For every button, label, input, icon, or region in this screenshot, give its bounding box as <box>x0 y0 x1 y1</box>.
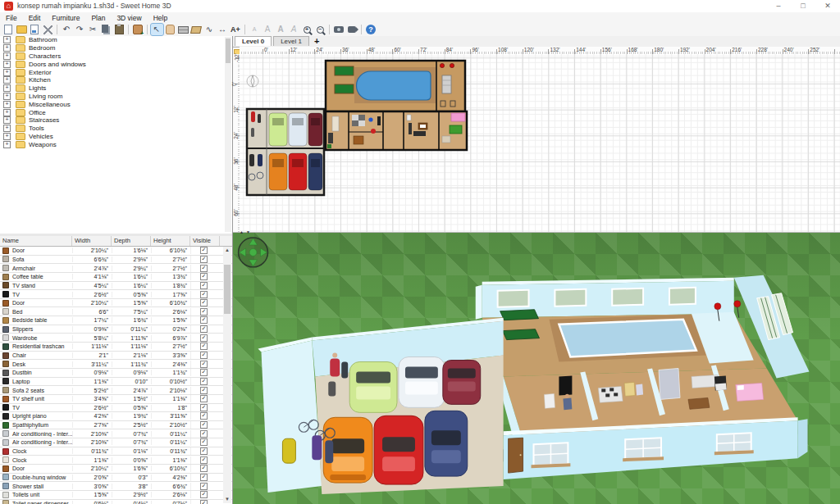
create-polylines-button[interactable]: ∿ <box>203 24 216 35</box>
house-3d-pool-room[interactable] <box>476 275 810 379</box>
catalog-category-miscellaneous[interactable]: +Miscellaneous <box>0 100 232 108</box>
furniture-row[interactable]: Slippers0'9⅜"0'11¼"0'2⅜"✓ <box>0 325 232 334</box>
catalog-category-exterior[interactable]: +Exterior <box>0 68 232 76</box>
furniture-row[interactable]: Shower stall3'0⅝"3'8"6'6¾"✓ <box>0 482 232 491</box>
column-header-height[interactable]: Height <box>151 236 190 246</box>
catalog-category-characters[interactable]: +Characters <box>0 52 232 61</box>
visible-checkbox[interactable]: ✓ <box>200 325 208 333</box>
expand-icon[interactable]: + <box>3 141 11 148</box>
catalog-scrollbar[interactable] <box>225 37 231 232</box>
visible-checkbox[interactable]: ✓ <box>200 447 208 455</box>
furniture-row[interactable]: Wardrobe5'8¼"1'11⅝"6'9⅞"✓ <box>0 334 232 343</box>
visible-checkbox[interactable]: ✓ <box>200 387 208 394</box>
expand-icon[interactable]: + <box>3 76 11 84</box>
furniture-row[interactable]: Double-hung window2'0⅝"0'3"4'2⅜"✓ <box>0 474 232 483</box>
car-white[interactable] <box>399 357 445 408</box>
visible-checkbox[interactable]: ✓ <box>200 361 208 368</box>
furniture-row[interactable]: Clock0'11¾"0'1⅛"0'11¾"✓ <box>0 447 232 456</box>
maximize-button[interactable]: □ <box>791 0 815 12</box>
3d-navigation-compass[interactable] <box>239 238 268 267</box>
plan-garage-room[interactable] <box>247 109 324 195</box>
plan-pool-room[interactable] <box>326 61 465 111</box>
furniture-row[interactable]: Sofa 2 seats5'2½"2'4⅞"2'10⅛"✓ <box>0 386 232 395</box>
create-photo-button[interactable] <box>333 24 345 35</box>
visible-checkbox[interactable]: ✓ <box>200 395 208 402</box>
furniture-row[interactable]: Bed6'6"7'5¼"2'6⅛"✓ <box>0 307 232 316</box>
visible-checkbox[interactable]: ✓ <box>200 265 208 272</box>
open-home-button[interactable] <box>16 24 28 35</box>
furniture-row[interactable]: Dustbin0'9⅛"0'9⅛"1'1¾"✓ <box>0 369 232 378</box>
splitter-up-icon[interactable]: ▲ <box>240 229 244 234</box>
menu-3d-view[interactable]: 3D view <box>111 14 147 22</box>
furniture-list[interactable]: NameWidthDepthHeightVisible Door2'10¼"1'… <box>0 236 233 504</box>
catalog-category-vehicles[interactable]: +Vehicles <box>0 133 232 141</box>
furniture-row[interactable]: Sofa6'6¾"2'9⅛"2'7½"✓ <box>0 256 232 265</box>
visible-checkbox[interactable]: ✓ <box>200 404 208 411</box>
paste-button[interactable] <box>113 24 126 35</box>
expand-icon[interactable]: + <box>3 109 11 116</box>
car-red[interactable] <box>374 415 423 484</box>
visible-checkbox[interactable]: ✓ <box>200 412 208 420</box>
furniture-row[interactable]: TV2'6½"0'5⅝"1'8"✓ <box>0 404 232 413</box>
expand-icon[interactable]: + <box>3 101 11 108</box>
zoom-in-button[interactable]: + <box>301 24 313 35</box>
furniture-catalog-tree[interactable]: +Bathroom+Bedroom+Characters+Doors and w… <box>0 36 233 234</box>
furniture-row[interactable]: Chair2'1"2'1⅛"3'3⅝"✓ <box>0 352 232 361</box>
column-header-width[interactable]: Width <box>72 236 112 246</box>
undo-button[interactable]: ↶ <box>61 24 73 35</box>
house-3d-main-floor[interactable] <box>495 366 808 480</box>
visible-checkbox[interactable]: ✓ <box>200 334 208 342</box>
create-rooms-button[interactable] <box>190 24 203 35</box>
catalog-category-doors-and-windows[interactable]: +Doors and windows <box>0 60 232 68</box>
select-button[interactable]: ↖ <box>151 24 163 35</box>
pan-button[interactable] <box>164 24 176 35</box>
visible-checkbox[interactable]: ✓ <box>200 438 208 446</box>
toggle-italic-button[interactable]: A <box>288 24 300 35</box>
toggle-bold-button[interactable]: A <box>275 24 287 35</box>
visible-checkbox[interactable]: ✓ <box>200 256 208 263</box>
catalog-category-bathroom[interactable]: +Bathroom <box>0 36 232 44</box>
new-home-button[interactable] <box>2 24 15 35</box>
car-dark-red[interactable] <box>443 361 481 405</box>
add-level-button[interactable]: + <box>309 36 324 47</box>
plan-2d-canvas[interactable] <box>240 54 840 232</box>
furniture-row[interactable]: TV shelf unit3'4⅝"1'5½"1'1⅜"✓ <box>0 395 232 404</box>
visible-checkbox[interactable]: ✓ <box>200 308 208 316</box>
visible-checkbox[interactable]: ✓ <box>200 483 208 490</box>
cut-button[interactable]: ✂ <box>87 24 99 35</box>
plan-compass-icon[interactable] <box>247 75 258 87</box>
scroll-down-icon[interactable]: ▼ <box>223 496 231 503</box>
expand-icon[interactable]: + <box>3 116 11 124</box>
expand-icon[interactable]: + <box>3 69 11 76</box>
furniture-row[interactable]: TV2'6½"0'5⅝"1'7⅝"✓ <box>0 290 232 299</box>
furniture-row[interactable]: Spathiphyllum2'7⅜"2'5½"2'10½"✓ <box>0 421 232 430</box>
car-green[interactable] <box>349 362 397 413</box>
catalog-category-weapons[interactable]: +Weapons <box>0 140 232 148</box>
preferences-button[interactable] <box>42 24 54 35</box>
column-header-depth[interactable]: Depth <box>112 236 151 246</box>
catalog-category-kitchen[interactable]: +Kitchen <box>0 76 232 84</box>
catalog-category-staircases[interactable]: +Staircases <box>0 116 232 125</box>
furniture-row[interactable]: Desk3'11¼"1'11¾"2'4⅜"✓ <box>0 360 232 369</box>
visible-checkbox[interactable]: ✓ <box>200 421 208 429</box>
menu-plan[interactable]: Plan <box>85 14 111 22</box>
catalog-category-living-room[interactable]: +Living room <box>0 93 232 101</box>
visible-checkbox[interactable]: ✓ <box>200 491 208 498</box>
visible-checkbox[interactable]: ✓ <box>200 430 208 438</box>
visible-checkbox[interactable]: ✓ <box>200 273 208 280</box>
save-home-button[interactable] <box>29 24 41 35</box>
furniture-row[interactable]: TV stand4'5¼"1'6¼"1'8¾"✓ <box>0 282 232 291</box>
splitter-down-icon[interactable]: ▼ <box>246 229 250 234</box>
expand-icon[interactable]: + <box>3 125 11 132</box>
plan-main-floor[interactable] <box>326 111 467 150</box>
visible-checkbox[interactable]: ✓ <box>200 282 208 289</box>
house-3d-garage[interactable] <box>258 318 504 494</box>
furniture-row[interactable]: Toilet paper dispenser0'6⅛"0'4⅛"0'7⅛"✓ <box>0 500 232 504</box>
menu-file[interactable]: File <box>0 14 23 22</box>
minimize-button[interactable]: – <box>766 0 791 12</box>
tab-level-0[interactable]: Level 0 <box>235 36 272 46</box>
furniture-row[interactable]: Upright piano4'2⅜"1'9¾"3'11⅝"✓ <box>0 412 232 421</box>
furniture-row[interactable]: Door2'10¼"1'6⅝"6'10¾"✓ <box>0 465 232 474</box>
menu-edit[interactable]: Edit <box>23 14 47 22</box>
help-button[interactable]: ? <box>365 24 377 35</box>
